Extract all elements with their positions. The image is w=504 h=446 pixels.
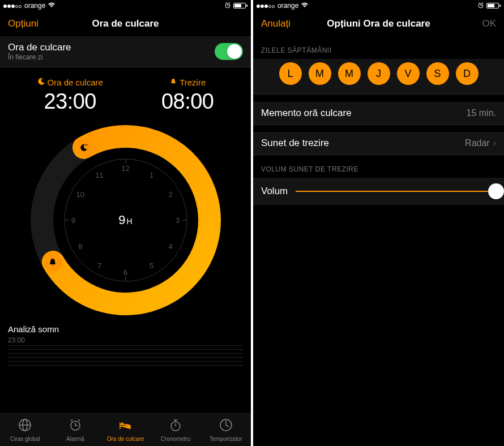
sleep-duration: 9H — [118, 213, 132, 228]
moon-icon: z — [37, 78, 45, 87]
wake-sound-value: Radar — [465, 138, 490, 148]
volume-thumb[interactable] — [488, 183, 504, 199]
hour-label: 2 — [169, 190, 173, 199]
tab-globe[interactable]: Ceas global — [0, 414, 50, 446]
bedtime-row-title: Ora de culcare — [8, 42, 71, 53]
wake-label: Trezire — [180, 78, 206, 87]
globe-icon — [18, 418, 32, 435]
bedtime-options-screen: orange Anulați Opțiuni Ora de culcare OK… — [253, 0, 504, 446]
cancel-button[interactable]: Anulați — [261, 18, 306, 29]
status-bar: orange — [0, 0, 251, 11]
day-toggle[interactable]: M — [338, 62, 361, 85]
sleep-dial[interactable]: 121234567891011 9H zz — [29, 124, 222, 316]
hour-label: 12 — [121, 164, 129, 173]
status-bar: orange — [253, 0, 504, 11]
wifi-icon — [301, 2, 309, 10]
hour-label: 8 — [78, 242, 82, 251]
days-section-header: ZILELE SĂPTĂMÂNII — [253, 36, 504, 59]
wake-sound-label: Sunet de trezire — [261, 138, 329, 149]
page-title: Ora de culcare — [53, 18, 198, 29]
timer-icon — [219, 418, 233, 435]
reminder-value: 15 min. — [467, 108, 496, 118]
reminder-label: Memento oră culcare — [261, 108, 352, 119]
hour-label: 1 — [150, 171, 153, 179]
hour-label: 4 — [169, 242, 173, 251]
wake-handle[interactable] — [43, 252, 62, 272]
battery-icon — [233, 3, 247, 8]
hour-label: 5 — [150, 261, 153, 269]
signal-dots-icon — [3, 2, 22, 10]
tab-label: Temporizator — [210, 436, 242, 442]
hour-label: 7 — [97, 261, 101, 269]
tab-stopwatch[interactable]: Cronometru — [151, 414, 201, 446]
analysis-chart — [8, 345, 243, 368]
tab-bar: Ceas globalAlarmăOra de culcareCronometr… — [0, 413, 251, 446]
chevron-right-icon: › — [493, 138, 496, 148]
bedtime-label: Ora de culcare — [48, 78, 103, 87]
day-toggle[interactable]: J — [368, 62, 390, 85]
battery-icon — [486, 3, 501, 8]
sleep-analysis: Analiză somn 23:00 — [0, 320, 251, 368]
day-toggle[interactable]: S — [426, 62, 449, 85]
options-button[interactable]: Opțiuni — [8, 18, 53, 29]
alarm-icon — [477, 2, 484, 10]
bell-icon — [169, 78, 177, 87]
analysis-time: 23:00 — [8, 336, 243, 344]
tab-alarm[interactable]: Alarmă — [50, 414, 101, 446]
times-row: z Ora de culcare 23:00 Trezire 08:00 — [0, 67, 251, 117]
signal-dots-icon — [257, 2, 275, 10]
alarm-icon — [224, 2, 231, 10]
bed-icon — [118, 418, 133, 435]
bedtime-enable-row: Ora de culcare În fiecare zi — [0, 36, 251, 67]
wake-sound-row[interactable]: Sunet de trezire Radar› — [253, 132, 504, 155]
tab-timer[interactable]: Temporizator — [200, 414, 251, 446]
hour-label: 6 — [123, 268, 127, 277]
bedtime-row-subtitle: În fiecare zi — [8, 53, 71, 61]
volume-row: Volum — [253, 178, 504, 205]
ok-button[interactable]: OK — [451, 18, 496, 29]
tab-label: Alarmă — [66, 436, 84, 442]
hour-label: 9 — [71, 216, 75, 225]
analysis-title: Analiză somn — [8, 324, 243, 334]
day-toggle[interactable]: V — [397, 62, 420, 85]
day-toggle[interactable]: M — [309, 62, 331, 85]
bedtime-value: 23:00 — [37, 89, 103, 114]
hour-label: 11 — [95, 171, 103, 179]
bedtime-toggle[interactable] — [215, 43, 243, 60]
bedtime-main-screen: orange Opțiuni Ora de culcare Ora de cul… — [0, 0, 251, 446]
svg-point-13 — [121, 423, 123, 425]
stopwatch-icon — [168, 418, 183, 435]
days-of-week: LMMJVSD — [253, 59, 504, 95]
volume-slider[interactable] — [296, 191, 496, 192]
nav-header: Opțiuni Ora de culcare — [0, 11, 251, 36]
bedtime-handle[interactable]: zz — [74, 138, 93, 157]
reminder-row[interactable]: Memento oră culcare 15 min. — [253, 102, 504, 125]
tab-label: Ceas global — [10, 436, 40, 442]
volume-section-header: VOLUM SUNET DE TREZIRE — [253, 155, 504, 178]
day-toggle[interactable]: D — [456, 62, 479, 85]
svg-text:zz: zz — [85, 143, 88, 147]
day-toggle[interactable]: L — [279, 62, 302, 85]
page-title: Opțiuni Ora de culcare — [306, 18, 451, 29]
tab-bed[interactable]: Ora de culcare — [100, 414, 151, 446]
hour-label: 10 — [76, 190, 84, 199]
tab-label: Cronometru — [161, 436, 191, 442]
nav-header: Anulați Opțiuni Ora de culcare OK — [253, 11, 504, 36]
carrier-label: orange — [277, 2, 298, 10]
volume-label: Volum — [261, 186, 288, 197]
svg-text:z: z — [42, 78, 44, 80]
alarm-icon — [68, 418, 83, 435]
wifi-icon — [48, 2, 55, 10]
carrier-label: orange — [24, 2, 45, 10]
tab-label: Ora de culcare — [107, 436, 144, 442]
wake-value: 08:00 — [161, 89, 214, 114]
hour-label: 3 — [176, 216, 180, 225]
